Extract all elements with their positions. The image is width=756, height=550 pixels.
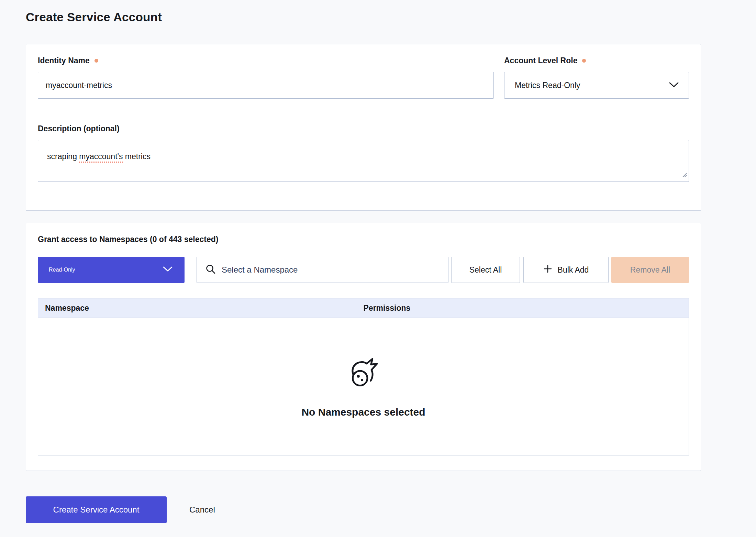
chevron-down-icon (163, 266, 173, 274)
description-text-before: scraping (47, 152, 79, 161)
column-header-namespace: Namespace (45, 304, 364, 313)
account-level-role-label-text: Account Level Role (504, 55, 577, 66)
plus-icon (543, 264, 552, 275)
page-bottom-strip (0, 537, 756, 550)
remove-all-label: Remove All (630, 265, 670, 275)
identity-card: Identity Name Account Level Role Metrics… (26, 44, 701, 211)
create-service-account-button[interactable]: Create Service Account (26, 496, 167, 523)
required-dot-icon (582, 59, 586, 63)
account-level-role-label: Account Level Role (504, 55, 689, 66)
namespace-search-input[interactable] (222, 265, 441, 275)
description-label: Description (optional) (38, 123, 689, 134)
account-level-role-value: Metrics Read-Only (515, 81, 580, 90)
description-text-after: metrics (123, 152, 151, 161)
identity-name-label: Identity Name (38, 55, 494, 66)
resize-handle-icon[interactable] (681, 170, 688, 180)
select-all-label: Select All (469, 265, 502, 275)
empty-state-message: No Namespaces selected (301, 406, 425, 418)
cancel-button[interactable]: Cancel (189, 505, 215, 515)
permission-dropdown-value: Read-Only (49, 267, 75, 273)
search-icon (205, 264, 216, 276)
required-dot-icon (94, 59, 98, 63)
namespace-table-header: Namespace Permissions (38, 298, 689, 318)
namespace-toolbar: Read-Only Select All Bulk Add Remove All (38, 257, 689, 283)
page-title: Create Service Account (26, 9, 756, 25)
remove-all-button[interactable]: Remove All (611, 257, 689, 283)
namespace-table: Namespace Permissions No Namespaces sele… (38, 298, 689, 455)
description-textarea[interactable]: scraping myaccount's metrics (38, 140, 689, 182)
namespace-card: Grant access to Namespaces (0 of 443 sel… (26, 223, 701, 471)
permission-dropdown[interactable]: Read-Only (38, 257, 185, 283)
chevron-down-icon (669, 81, 679, 90)
comet-icon (347, 358, 380, 391)
bulk-add-label: Bulk Add (558, 265, 589, 275)
identity-name-label-text: Identity Name (38, 55, 90, 66)
select-all-button[interactable]: Select All (451, 257, 520, 283)
namespace-search[interactable] (197, 257, 448, 283)
column-header-permissions: Permissions (364, 304, 689, 313)
footer-actions: Create Service Account Cancel (26, 496, 756, 523)
identity-name-input[interactable] (38, 72, 494, 99)
namespace-table-body: No Namespaces selected (38, 318, 689, 455)
description-label-text: Description (optional) (38, 123, 120, 134)
description-text-misspelled: myaccount's (79, 152, 123, 161)
account-level-role-select[interactable]: Metrics Read-Only (504, 72, 689, 99)
namespace-section-heading: Grant access to Namespaces (0 of 443 sel… (38, 234, 689, 244)
bulk-add-button[interactable]: Bulk Add (523, 257, 609, 283)
